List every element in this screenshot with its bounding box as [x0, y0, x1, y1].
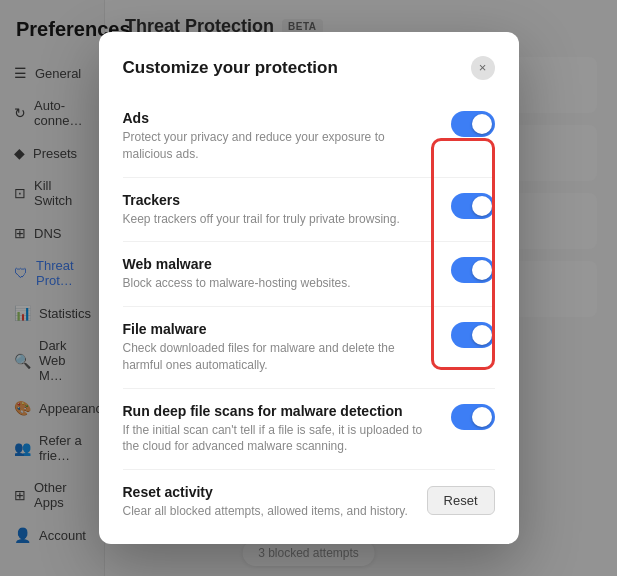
protection-item-file-malware: File malware Check downloaded files for … [123, 307, 495, 389]
file-malware-toggle-knob [472, 325, 492, 345]
deep-scan-toggle[interactable] [451, 404, 495, 430]
trackers-toggle-wrapper [451, 192, 495, 219]
file-malware-name: File malware [123, 321, 435, 337]
protection-item-web-malware: Web malware Block access to malware-host… [123, 242, 495, 307]
file-malware-toggle-wrapper [451, 321, 495, 348]
reset-activity-section: Reset activity Clear all blocked attempt… [123, 470, 495, 520]
reset-button[interactable]: Reset [427, 486, 495, 515]
deep-scan-toggle-wrapper [451, 403, 495, 430]
modal-title: Customize your protection [123, 58, 338, 78]
trackers-toggle[interactable] [451, 193, 495, 219]
ads-description: Protect your privacy and reduce your exp… [123, 129, 435, 163]
reset-name: Reset activity [123, 484, 411, 500]
ads-toggle-knob [472, 114, 492, 134]
protection-item-deep-scan: Run deep file scans for malware detectio… [123, 389, 495, 471]
ads-name: Ads [123, 110, 435, 126]
protection-item-ads: Ads Protect your privacy and reduce your… [123, 96, 495, 178]
file-malware-info: File malware Check downloaded files for … [123, 321, 451, 374]
web-malware-toggle-knob [472, 260, 492, 280]
trackers-description: Keep trackers off your trail for truly p… [123, 211, 435, 228]
deep-scan-info: Run deep file scans for malware detectio… [123, 403, 451, 456]
modal-body: Ads Protect your privacy and reduce your… [99, 96, 519, 544]
modal-header: Customize your protection × [99, 32, 519, 96]
deep-scan-name: Run deep file scans for malware detectio… [123, 403, 435, 419]
protection-item-trackers: Trackers Keep trackers off your trail fo… [123, 178, 495, 243]
trackers-name: Trackers [123, 192, 435, 208]
deep-scan-toggle-knob [472, 407, 492, 427]
reset-info: Reset activity Clear all blocked attempt… [123, 484, 427, 520]
web-malware-info: Web malware Block access to malware-host… [123, 256, 451, 292]
web-malware-description: Block access to malware-hosting websites… [123, 275, 435, 292]
web-malware-toggle[interactable] [451, 257, 495, 283]
ads-info: Ads Protect your privacy and reduce your… [123, 110, 451, 163]
reset-description: Clear all blocked attempts, allowed item… [123, 503, 411, 520]
close-button[interactable]: × [471, 56, 495, 80]
file-malware-toggle[interactable] [451, 322, 495, 348]
trackers-info: Trackers Keep trackers off your trail fo… [123, 192, 451, 228]
deep-scan-description: If the initial scan can't tell if a file… [123, 422, 435, 456]
web-malware-toggle-wrapper [451, 256, 495, 283]
web-malware-name: Web malware [123, 256, 435, 272]
customize-modal: Customize your protection × Ads Protect … [99, 32, 519, 544]
trackers-toggle-knob [472, 196, 492, 216]
ads-toggle-wrapper [451, 110, 495, 137]
file-malware-description: Check downloaded files for malware and d… [123, 340, 435, 374]
modal-overlay: Customize your protection × Ads Protect … [0, 0, 617, 576]
ads-toggle[interactable] [451, 111, 495, 137]
